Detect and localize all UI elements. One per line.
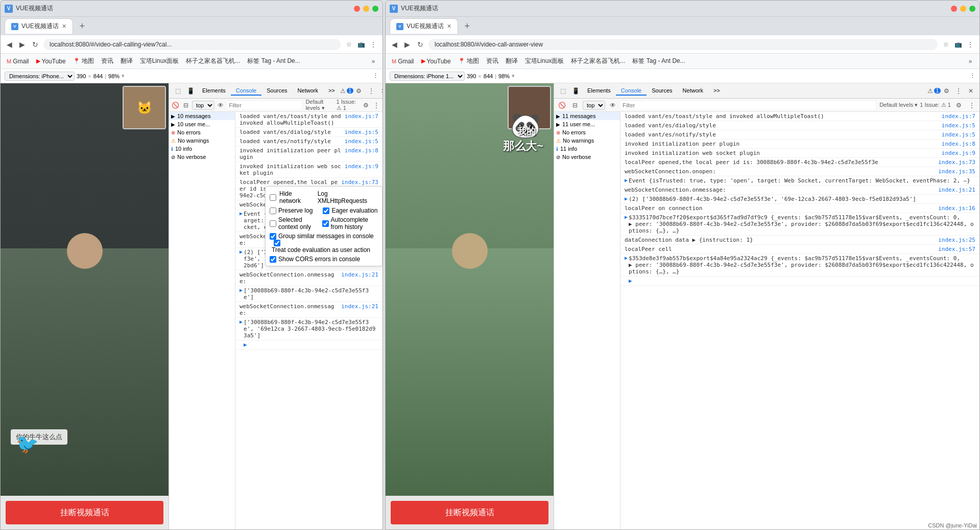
right-msg-15-expand[interactable]: ▶ <box>625 255 628 261</box>
left-sidebar-info[interactable]: ℹ 10 info <box>169 145 235 153</box>
right-msg-8-expand[interactable]: ▶ <box>625 177 628 183</box>
left-bookmark-cup[interactable]: 杯子之家名器飞机... <box>184 56 242 66</box>
right-bookmark-icon[interactable]: ☆ <box>941 39 951 50</box>
left-opt-context-chk[interactable] <box>270 220 276 227</box>
left-msg-5-link[interactable]: index.js:9 <box>345 163 378 170</box>
right-device-select[interactable]: Dimensions: iPhone 1... <box>390 72 465 81</box>
right-dt-more-icon[interactable]: ⋮ <box>953 85 964 97</box>
left-msg-6-link[interactable]: index.js:73 <box>341 179 378 186</box>
left-maximize-btn[interactable] <box>372 6 378 12</box>
left-back-btn[interactable]: ◀ <box>5 39 14 50</box>
left-issue-badge[interactable]: 1 Issue: ⚠ 1 <box>337 99 360 111</box>
left-msg-11-link[interactable]: index.js:21 <box>341 271 378 278</box>
left-sidebar-no-warnings[interactable]: ⚠ No warnings <box>169 136 235 145</box>
right-bookmark-cup[interactable]: 杯子之家名器飞机... <box>569 56 627 66</box>
left-dt-more-icon[interactable]: ⋮ <box>366 85 377 97</box>
right-msg-7-link[interactable]: index.js:35 <box>938 168 975 175</box>
right-dt-tab-elements[interactable]: Elements <box>582 86 616 96</box>
left-opt-hide-network[interactable]: Hide network Log XMLHttpRequests <box>266 189 382 206</box>
right-back-btn[interactable]: ◀ <box>390 39 399 50</box>
left-console-settings-icon[interactable]: ⚙ <box>362 100 370 111</box>
right-dt-inspect-icon[interactable]: ⬚ <box>557 85 568 97</box>
right-new-tab-btn[interactable]: + <box>460 19 474 33</box>
right-bookmark-youtube[interactable]: ▶ YouTube <box>419 57 453 66</box>
right-msg-13-link[interactable]: index.js:25 <box>938 237 975 243</box>
right-maximize-btn[interactable] <box>969 6 975 12</box>
left-bookmark-baota[interactable]: 宝塔Linux面板 <box>138 56 181 66</box>
right-issue-badge[interactable]: 1 Issue: ⚠ 1 <box>920 102 951 108</box>
right-msg-9-link[interactable]: index.js:21 <box>938 187 975 193</box>
right-dt-tab-console[interactable]: Console <box>616 86 647 96</box>
left-address-input[interactable] <box>43 39 341 50</box>
left-more-icon[interactable]: ⋮ <box>368 39 378 50</box>
left-reload-btn[interactable]: ↻ <box>30 39 40 50</box>
left-hangup-btn[interactable]: 挂断视频通话 <box>6 501 163 524</box>
left-dt-close-icon[interactable]: ✕ <box>378 85 383 97</box>
left-dt-tab-more[interactable]: >> <box>323 86 340 96</box>
left-sidebar-no-verbose[interactable]: ⊘ No verbose <box>169 153 235 161</box>
right-tab-close[interactable]: ✕ <box>447 23 451 30</box>
left-msg-4-link[interactable]: index.js:8 <box>345 147 378 154</box>
right-sidebar-user-messages[interactable]: ▶ 11 user me... <box>554 120 620 128</box>
right-minimize-btn[interactable] <box>960 6 966 12</box>
right-tab-vue[interactable]: V VUE视频通话 ✕ <box>390 18 458 34</box>
right-sidebar-all-messages[interactable]: ▶ 11 messages <box>554 112 620 120</box>
left-console-filter-icon[interactable]: ⊟ <box>181 100 189 111</box>
right-forward-btn[interactable]: ▶ <box>402 39 412 50</box>
left-console-clear-icon[interactable]: 🚫 <box>171 100 179 111</box>
right-dt-settings-icon[interactable]: ⚙ <box>941 85 952 97</box>
right-msg-12-expand[interactable]: ▶ <box>625 214 628 220</box>
right-bookmark-info[interactable]: 资讯 <box>484 56 500 66</box>
left-new-tab-btn[interactable]: + <box>75 19 89 33</box>
right-console-more-icon[interactable]: ⋮ <box>966 100 977 111</box>
left-opt-autocomplete-chk[interactable] <box>322 220 329 227</box>
left-msg-8-expand[interactable]: ▶ <box>240 211 243 216</box>
left-tab-vue[interactable]: V VUE视频通话 ✕ <box>5 18 73 34</box>
right-msg-11-link[interactable]: index.js:16 <box>938 205 975 212</box>
right-msg-4-link[interactable]: index.js:8 <box>942 141 975 147</box>
right-sidebar-no-verbose[interactable]: ⊘ No verbose <box>554 153 620 161</box>
right-dt-issue-icon[interactable]: ⚠1 <box>928 85 940 97</box>
right-bookmark-translate[interactable]: 翻译 <box>504 56 520 66</box>
left-sidebar-all-messages[interactable]: ▶ 10 messages <box>169 112 235 120</box>
left-forward-btn[interactable]: ▶ <box>17 39 27 50</box>
right-msg-10-expand[interactable]: ▶ <box>625 196 628 201</box>
left-msg-12-expand[interactable]: ▶ <box>240 287 243 293</box>
right-msg-5-link[interactable]: index.js:9 <box>942 150 975 156</box>
left-sidebar-no-errors[interactable]: ⊗ No errors <box>169 128 235 136</box>
left-close-btn[interactable] <box>354 6 360 12</box>
right-console-filter-icon[interactable]: ⊟ <box>569 100 581 111</box>
right-default-levels[interactable]: Default levels ▾ <box>879 102 918 108</box>
right-msg-6-link[interactable]: index.js:73 <box>938 159 975 166</box>
right-hangup-btn[interactable]: 挂断视频通话 <box>391 501 548 524</box>
right-msg-2-link[interactable]: index.js:5 <box>942 122 975 129</box>
left-dt-inspect-icon[interactable]: ⬚ <box>172 85 183 97</box>
left-eye-icon[interactable]: 👁 <box>217 100 225 111</box>
left-bookmark-gmail[interactable]: M Gmail <box>5 57 31 66</box>
left-dt-tab-network[interactable]: Network <box>293 86 323 96</box>
right-reload-btn[interactable]: ↻ <box>415 39 425 50</box>
left-msg-13-link[interactable]: index.js:21 <box>341 303 378 310</box>
left-device-select[interactable]: Dimensions: iPhone... <box>5 72 75 81</box>
left-minimize-btn[interactable] <box>363 6 369 12</box>
right-dt-tab-network[interactable]: Network <box>678 86 708 96</box>
left-bookmark-tag[interactable]: 标签 Tag - Ant De... <box>245 56 302 66</box>
left-bookmark-info[interactable]: 资讯 <box>99 56 115 66</box>
right-dt-tab-sources[interactable]: Sources <box>647 86 677 96</box>
left-dt-settings-icon[interactable]: ⚙ <box>353 85 365 97</box>
left-bookmark-translate[interactable]: 翻译 <box>118 56 135 66</box>
right-bookmark-baota[interactable]: 宝塔Linux面板 <box>523 56 566 66</box>
left-filter-input[interactable] <box>227 101 301 109</box>
right-sidebar-no-errors[interactable]: ⊗ No errors <box>554 128 620 136</box>
right-close-btn[interactable] <box>951 6 957 12</box>
left-dt-tab-sources[interactable]: Sources <box>261 86 292 96</box>
left-dt-tab-elements[interactable]: Elements <box>197 86 231 96</box>
right-msg-3-link[interactable]: index.js:5 <box>942 131 975 138</box>
left-dt-device-icon[interactable]: 📱 <box>185 85 196 97</box>
right-address-input[interactable] <box>428 39 938 50</box>
right-eye-icon[interactable]: 👁 <box>607 100 618 111</box>
right-filter-input[interactable] <box>620 101 875 109</box>
left-default-levels[interactable]: Default levels ▾ <box>305 99 334 111</box>
left-opt-hide-network-checkbox[interactable] <box>270 194 276 201</box>
left-msg-2-link[interactable]: index.js:5 <box>345 129 378 135</box>
